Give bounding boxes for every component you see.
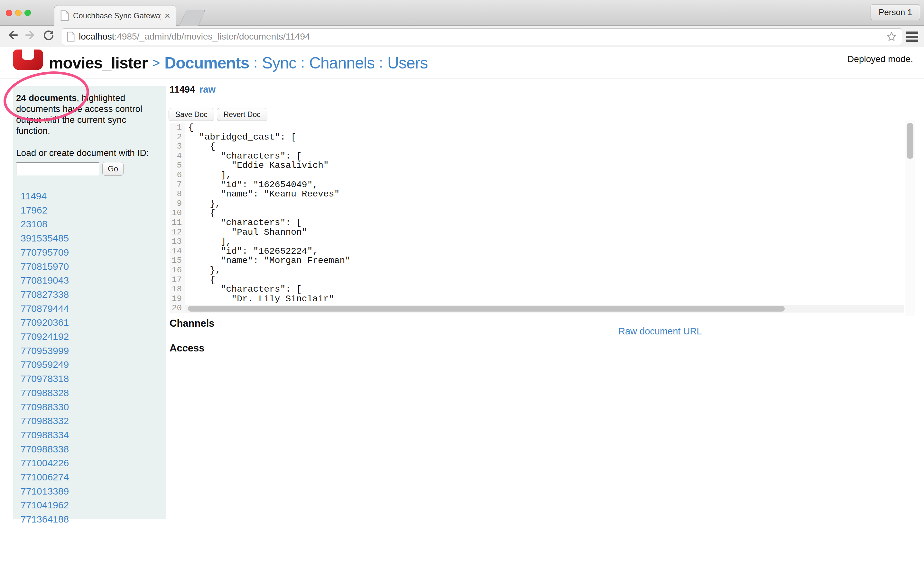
nav-separator: : <box>375 55 387 71</box>
raw-link[interactable]: raw <box>200 84 216 94</box>
document-link[interactable]: 770924192 <box>21 329 162 344</box>
code-line: 14 "id": "162652224", <box>170 247 905 256</box>
document-heading: 11494raw <box>170 84 216 95</box>
document-link[interactable]: 770815970 <box>21 259 162 274</box>
document-link[interactable]: 771041962 <box>21 498 162 512</box>
nav-link[interactable]: Documents <box>164 54 249 72</box>
code-text: "Eddie Kasalivich" <box>185 161 329 171</box>
code-text: ], <box>185 237 231 247</box>
back-button[interactable] <box>7 29 19 41</box>
document-link[interactable]: 770795709 <box>21 245 162 259</box>
code-text: "characters": [ <box>185 151 302 161</box>
code-line: 6 ], <box>170 171 905 180</box>
document-link[interactable]: 770953999 <box>21 344 162 358</box>
code-text: "id": "162652224", <box>185 247 318 256</box>
profile-button[interactable]: Person 1 <box>871 4 920 20</box>
code-line: 7 "id": "162654049", <box>170 180 905 190</box>
document-link[interactable]: 770988338 <box>21 442 162 456</box>
app-header: movies_lister > Documents : Sync : <box>0 48 924 78</box>
raw-document-url-link[interactable]: Raw document URL <box>618 326 702 337</box>
close-tab-icon[interactable]: × <box>164 11 170 21</box>
bookmark-star-icon[interactable] <box>886 31 897 42</box>
code-text: "Dr. Lily Sinclair" <box>185 294 334 304</box>
line-number: 17 <box>170 275 185 285</box>
vertical-scrollbar-thumb[interactable] <box>907 123 914 159</box>
new-tab-button[interactable] <box>179 10 206 26</box>
close-window-button[interactable] <box>6 10 12 16</box>
code-line: 10 { <box>170 208 905 218</box>
code-text: "characters": [ <box>185 284 302 294</box>
code-line: 3 { <box>170 142 905 151</box>
channels-heading: Channels <box>170 318 214 329</box>
document-link[interactable]: 771004226 <box>21 456 162 470</box>
nav-separator: > <box>148 55 165 71</box>
document-link[interactable]: 771006274 <box>21 470 162 484</box>
code-line: 4 "characters": [ <box>170 151 905 161</box>
document-link[interactable]: 11494 <box>21 189 162 203</box>
url-text: localhost:4985/_admin/db/movies_lister/d… <box>79 31 882 42</box>
document-link[interactable]: 770988332 <box>21 414 162 428</box>
line-number: 4 <box>170 151 185 161</box>
menu-button[interactable] <box>906 31 918 43</box>
line-number: 18 <box>170 284 185 294</box>
documents-count: 24 documents <box>16 93 76 103</box>
line-number: 13 <box>170 237 185 247</box>
zoom-window-button[interactable] <box>24 10 31 16</box>
document-link[interactable]: 23108 <box>21 217 162 231</box>
nav-item: : Channels <box>296 54 375 72</box>
line-number: 19 <box>170 294 185 304</box>
go-button[interactable]: Go <box>102 162 123 175</box>
code-line: 2 "abridged_cast": [ <box>170 133 905 142</box>
code-line: 16 }, <box>170 266 905 275</box>
horizontal-scrollbar-thumb[interactable] <box>188 306 785 311</box>
nav-link[interactable]: Channels <box>309 54 375 72</box>
document-link[interactable]: 391535485 <box>21 231 162 245</box>
nav-item: : Sync <box>249 54 296 72</box>
load-document-label: Load or create document with ID: <box>16 148 162 158</box>
editor-horizontal-scrollbar[interactable] <box>185 305 904 313</box>
minimize-window-button[interactable] <box>15 10 21 16</box>
save-doc-button[interactable]: Save Doc <box>169 108 214 121</box>
url-bar[interactable]: localhost:4985/_admin/db/movies_lister/d… <box>62 28 902 45</box>
document-link[interactable]: 771364188 <box>21 512 162 527</box>
browser-tab[interactable]: Couchbase Sync Gateway × <box>54 5 176 26</box>
document-link[interactable]: 770959249 <box>21 358 162 372</box>
line-number: 9 <box>170 199 185 209</box>
code-line: 13 ], <box>170 237 905 247</box>
reload-button[interactable] <box>42 29 55 41</box>
line-number: 5 <box>170 161 185 171</box>
load-document-row: Go <box>16 162 162 175</box>
line-number: 2 <box>170 133 185 142</box>
document-link[interactable]: 770988328 <box>21 386 162 400</box>
code-line: 9 }, <box>170 199 905 209</box>
document-id-input[interactable] <box>16 162 99 175</box>
document-link[interactable]: 770819043 <box>21 273 162 287</box>
url-host: localhost <box>79 31 114 42</box>
revert-doc-button[interactable]: Revert Doc <box>217 108 267 121</box>
couchbase-logo <box>13 49 43 70</box>
document-link[interactable]: 771013389 <box>21 484 162 498</box>
nav-link[interactable]: Users <box>387 54 428 72</box>
nav-link[interactable]: Sync <box>262 54 296 72</box>
line-number: 20 <box>170 304 185 313</box>
browser-window: Couchbase Sync Gateway × Person 1 localh… <box>0 0 924 564</box>
editor-vertical-scrollbar[interactable] <box>905 120 915 316</box>
nav-separator: : <box>296 55 309 71</box>
document-link[interactable]: 770827338 <box>21 287 162 302</box>
document-link[interactable]: 770988330 <box>21 400 162 414</box>
document-editor[interactable]: 1 { 2 "abridged_cast": [ 3 { 4 "characte… <box>170 123 915 313</box>
documents-sidebar: 24 documents, highlighted documents have… <box>13 86 166 519</box>
code-text: "Paul Shannon" <box>185 227 307 237</box>
code-text: { <box>185 123 194 133</box>
document-link[interactable]: 770879444 <box>21 302 162 316</box>
document-link[interactable]: 770988334 <box>21 428 162 442</box>
document-link[interactable]: 770920361 <box>21 316 162 329</box>
access-heading: Access <box>170 343 205 354</box>
code-line: 17 { <box>170 275 905 285</box>
code-line: 18 "characters": [ <box>170 284 905 294</box>
breadcrumb: movies_lister > Documents : Sync : <box>49 48 428 78</box>
document-link[interactable]: 17962 <box>21 203 162 217</box>
forward-button[interactable] <box>24 29 36 41</box>
line-number: 16 <box>170 266 185 275</box>
document-link[interactable]: 770978318 <box>21 372 162 386</box>
